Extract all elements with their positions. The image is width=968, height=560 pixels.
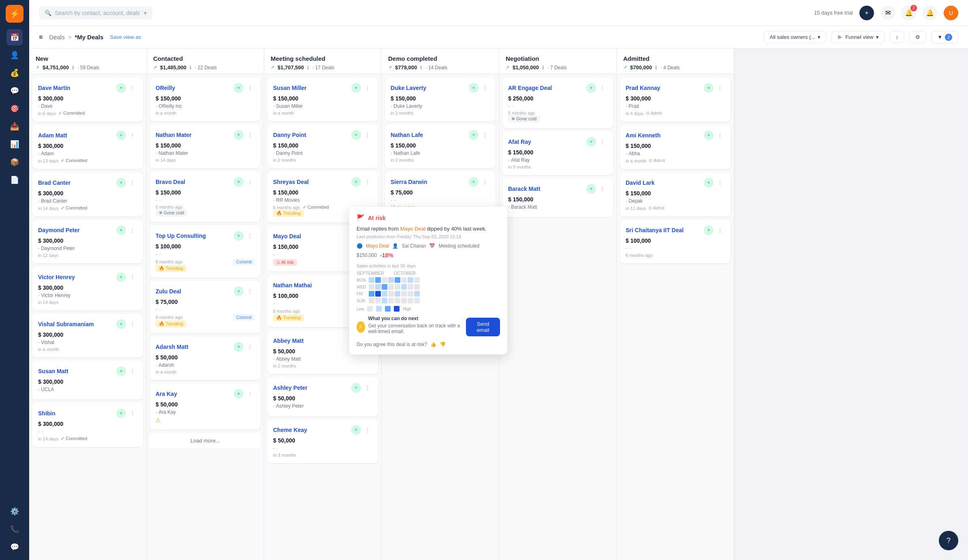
- card-add-icon[interactable]: +: [351, 83, 361, 93]
- card-more-icon[interactable]: ⋮: [363, 130, 372, 140]
- sidebar-item-download[interactable]: 📥: [6, 118, 23, 135]
- deal-card[interactable]: Duke Laverty + ⋮ $ 150,000 ·Duke Laverty…: [385, 77, 496, 121]
- card-more-icon[interactable]: ⋮: [480, 177, 490, 187]
- deal-card[interactable]: Adam Matt + ⋮ $ 300,000 ·Adam in 13 days…: [32, 125, 143, 169]
- card-more-icon[interactable]: ⋮: [480, 83, 490, 93]
- card-more-icon[interactable]: ⋮: [598, 184, 607, 194]
- card-more-icon[interactable]: ⋮: [715, 178, 725, 188]
- card-add-icon[interactable]: +: [586, 83, 596, 93]
- card-more-icon[interactable]: ⋮: [128, 319, 137, 329]
- sales-owners-filter[interactable]: All sales owners (... ▾: [764, 31, 827, 43]
- sidebar-item-chart[interactable]: 📊: [6, 136, 23, 152]
- thumbs-down-icon[interactable]: 👎: [440, 342, 446, 347]
- card-more-icon[interactable]: ⋮: [598, 137, 607, 147]
- deal-card[interactable]: Vishal Subramaniam + ⋮ $ 300,000 ·Vishal…: [32, 314, 143, 357]
- deal-card[interactable]: David Lark + ⋮ $ 150,000 ·Depak in 11 da…: [620, 172, 731, 216]
- thumbs-up-icon[interactable]: 👍: [430, 342, 436, 347]
- card-add-icon[interactable]: +: [116, 83, 126, 93]
- card-more-icon[interactable]: ⋮: [245, 342, 255, 352]
- deal-card[interactable]: Nathan Mater + ⋮ $ 150,000 ·Nathan Mater…: [150, 124, 261, 168]
- user-avatar[interactable]: U: [944, 6, 958, 20]
- sidebar-item-deals[interactable]: 💰: [6, 65, 23, 81]
- card-add-icon[interactable]: +: [704, 130, 714, 140]
- sidebar-item-box[interactable]: 📦: [6, 154, 23, 170]
- add-button[interactable]: +: [859, 6, 874, 20]
- commit-button[interactable]: Commit: [233, 314, 255, 321]
- deal-card[interactable]: AR Engage Deal + ⋮ $ 250,000 ·-- 5 month…: [502, 77, 613, 128]
- send-email-button[interactable]: Send email: [466, 318, 500, 336]
- deal-card[interactable]: Danny Point + ⋮ $ 150,000 ·Danny Point i…: [267, 124, 378, 168]
- card-more-icon[interactable]: ⋮: [363, 177, 372, 187]
- deal-card[interactable]: Cheme Keay + ⋮ $ 50,000 ·-- in 3 months: [267, 419, 378, 463]
- card-add-icon[interactable]: +: [704, 178, 714, 188]
- deal-card[interactable]: Susan Miller + ⋮ $ 150,000 ·Susan Miller…: [267, 77, 378, 121]
- card-more-icon[interactable]: ⋮: [715, 225, 725, 235]
- sidebar-item-help[interactable]: 💬: [6, 539, 23, 555]
- deal-card[interactable]: Shibin + ⋮ $ 300,000 ·-- in 14 days ✓ Co…: [32, 403, 143, 447]
- card-add-icon[interactable]: +: [469, 83, 479, 93]
- card-add-icon[interactable]: +: [234, 342, 244, 352]
- card-add-icon[interactable]: +: [116, 178, 126, 188]
- load-more-button[interactable]: Load more...: [150, 433, 261, 449]
- card-add-icon[interactable]: +: [116, 366, 126, 376]
- card-add-icon[interactable]: +: [586, 137, 596, 147]
- card-more-icon[interactable]: ⋮: [128, 408, 137, 418]
- card-add-icon[interactable]: +: [116, 130, 126, 140]
- deal-card[interactable]: Ara Kay + ⋮ $ 50,000 ·Ara Kay ⚠: [150, 383, 261, 430]
- sidebar-item-settings[interactable]: ⚙️: [6, 503, 23, 519]
- card-more-icon[interactable]: ⋮: [128, 178, 137, 188]
- sidebar-item-phone[interactable]: 📞: [6, 521, 23, 537]
- deal-card[interactable]: Prad Kannay + ⋮ $ 300,000 ·Prad in 4 day…: [620, 77, 731, 122]
- settings-button[interactable]: ⚙: [909, 31, 926, 43]
- sidebar-item-target[interactable]: 🎯: [6, 100, 23, 117]
- sidebar-item-chat[interactable]: 💬: [6, 83, 23, 99]
- card-more-icon[interactable]: ⋮: [128, 83, 137, 93]
- card-add-icon[interactable]: +: [704, 225, 714, 235]
- at-risk-popup[interactable]: 🚩 At risk Email replies from Mayo Deal d…: [349, 207, 507, 355]
- funnel-view-button[interactable]: ⫸ Funnel view ▾: [831, 31, 885, 43]
- card-add-icon[interactable]: +: [234, 231, 244, 241]
- card-add-icon[interactable]: +: [234, 130, 244, 140]
- card-more-icon[interactable]: ⋮: [363, 383, 372, 393]
- card-add-icon[interactable]: +: [704, 83, 714, 93]
- deal-card[interactable]: Sri Chaitanya IIT Deal + ⋮ $ 100,000 ·--…: [620, 220, 731, 263]
- card-more-icon[interactable]: ⋮: [245, 177, 255, 187]
- notification-button[interactable]: 🔔 2: [902, 6, 916, 20]
- deal-card[interactable]: Barack Matt + ⋮ $ 150,000 ·Barack Matt: [502, 178, 613, 217]
- sort-button[interactable]: ↕: [890, 31, 905, 43]
- bell-button[interactable]: 🔔: [923, 6, 937, 20]
- card-more-icon[interactable]: ⋮: [715, 130, 725, 140]
- card-more-icon[interactable]: ⋮: [715, 83, 725, 93]
- deal-card[interactable]: Victor Henrey + ⋮ $ 300,000 ·Victor Henr…: [32, 267, 143, 310]
- sidebar-item-contacts[interactable]: 👤: [6, 47, 23, 63]
- deal-card[interactable]: Dave Martin + ⋮ $ 300,000 ·Dave in 6 day…: [32, 77, 143, 122]
- card-add-icon[interactable]: +: [116, 408, 126, 418]
- card-add-icon[interactable]: +: [351, 177, 361, 187]
- card-more-icon[interactable]: ⋮: [245, 286, 255, 296]
- card-more-icon[interactable]: ⋮: [245, 231, 255, 241]
- card-more-icon[interactable]: ⋮: [480, 130, 490, 140]
- card-add-icon[interactable]: +: [116, 225, 126, 235]
- search-bar[interactable]: 🔍 Search by contact, account, deals ▾: [39, 6, 152, 19]
- app-logo[interactable]: ⚡: [6, 5, 24, 23]
- mayo-deal-link[interactable]: Mayo Deal: [400, 226, 425, 232]
- save-view-button[interactable]: Save view as: [110, 34, 141, 40]
- card-add-icon[interactable]: +: [351, 383, 361, 393]
- deal-card[interactable]: Brad Canter + ⋮ $ 300,000 ·Brad Canter i…: [32, 172, 143, 216]
- help-button[interactable]: ?: [939, 531, 958, 550]
- card-more-icon[interactable]: ⋮: [245, 83, 255, 93]
- card-add-icon[interactable]: +: [234, 389, 244, 399]
- deal-card[interactable]: Susan Matt + ⋮ $ 300,000 ·UCLA: [32, 361, 143, 400]
- card-more-icon[interactable]: ⋮: [128, 272, 137, 282]
- filter-button[interactable]: ▼ 2: [931, 31, 958, 44]
- card-more-icon[interactable]: ⋮: [363, 83, 372, 93]
- card-add-icon[interactable]: +: [234, 286, 244, 296]
- sidebar-item-doc[interactable]: 📄: [6, 172, 23, 188]
- card-more-icon[interactable]: ⋮: [128, 225, 137, 235]
- mail-button[interactable]: ✉: [880, 6, 895, 20]
- deal-card[interactable]: Zulu Deal + ⋮ $ 75,000 ·-- 6 months ago …: [150, 281, 261, 333]
- card-add-icon[interactable]: +: [116, 272, 126, 282]
- card-more-icon[interactable]: ⋮: [598, 83, 607, 93]
- deal-card[interactable]: Adarsh Matt + ⋮ $ 50,000 ·Adarsh in a mo…: [150, 336, 261, 380]
- card-add-icon[interactable]: +: [351, 425, 361, 435]
